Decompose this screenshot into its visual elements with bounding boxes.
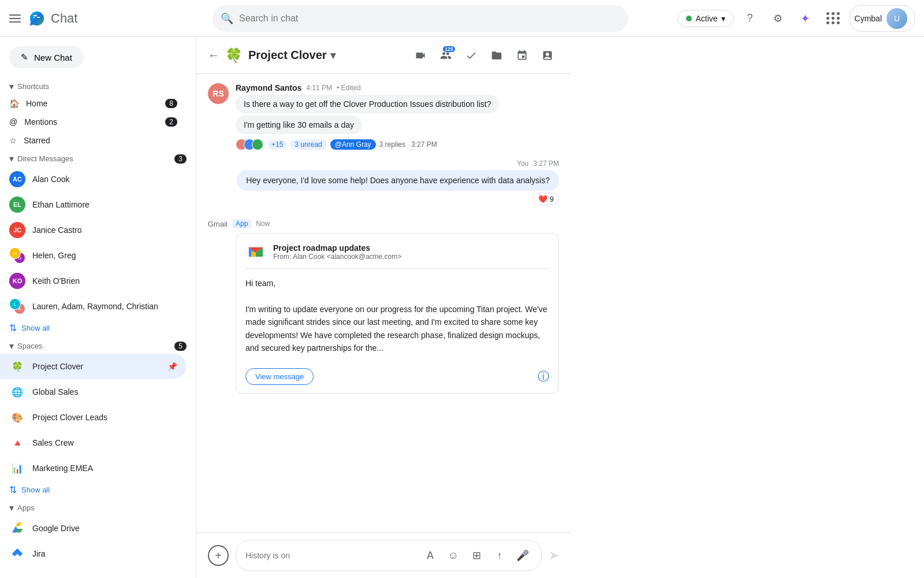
janice-castro-label: Janice Castro — [32, 225, 161, 235]
emoji-button[interactable]: ☺ — [444, 546, 463, 565]
avatar-janice-castro: JC — [9, 222, 25, 238]
info-icon[interactable]: ⓘ — [538, 369, 549, 384]
sender-name: Raymond Santos — [236, 83, 301, 92]
dm-section-header[interactable]: ▾ Direct Messages 3 — [0, 150, 196, 166]
apps-grid-icon[interactable] — [822, 7, 845, 30]
sidebar-item-global-sales[interactable]: 🌐 Global Sales 📌 — [0, 379, 187, 405]
sidebar-item-ethan-lattimore[interactable]: EL Ethan Lattimore 📌 — [0, 192, 187, 217]
reaction-count: 9 — [550, 195, 554, 203]
sidebar-item-keith-obrien[interactable]: KO Keith O'Brien 📌 — [0, 268, 187, 294]
sidebar-item-marketing-emea[interactable]: 📊 Marketing EMEA — [0, 455, 187, 481]
shortcuts-section-header[interactable]: ▾ Shortcuts — [0, 77, 196, 94]
spaces-chevron: ▾ — [9, 340, 14, 351]
my-message-bubble: Hey everyone, I'd love some help! Does a… — [237, 170, 559, 191]
settings-icon[interactable]: ⚙ — [766, 7, 789, 30]
dm-label: Direct Messages — [17, 154, 73, 163]
gmail-card-section: Gmail App Now — [208, 214, 559, 398]
view-message-button[interactable]: View message — [245, 368, 314, 385]
gemini-icon[interactable]: ✦ — [794, 7, 817, 30]
new-chat-button[interactable]: ✎ New Chat — [9, 46, 84, 68]
clover-leads-label: Project Clover Leads — [32, 413, 161, 422]
gmail-logo — [245, 242, 266, 262]
my-message-reaction[interactable]: ❤️ 9 — [533, 193, 559, 205]
sidebar-item-google-drive[interactable]: Google Drive — [0, 516, 187, 541]
main-chat: ← 🍀 Project Clover ▾ 125 — [196, 37, 571, 578]
avatar-lauren-group: L A — [9, 298, 25, 314]
user-account-button[interactable]: Cymbal U — [850, 5, 915, 32]
files-button[interactable] — [485, 44, 508, 67]
mention-badge[interactable]: @Ann Gray — [330, 139, 376, 150]
mentions-icon: @ — [9, 117, 17, 127]
integrations-button[interactable] — [511, 44, 534, 67]
sidebar-item-project-clover[interactable]: 🍀 Project Clover 📌 — [0, 354, 187, 379]
text-format-button[interactable]: A — [421, 546, 439, 565]
topbar: Chat 🔍 Active ▾ ? ⚙ ✦ Cymbal U — [0, 0, 924, 37]
more-options-button[interactable] — [536, 44, 559, 67]
members-button[interactable]: 125 — [434, 44, 457, 67]
sidebar-item-home[interactable]: 🏠 Home 8 — [0, 94, 187, 113]
my-message-row: You 3:27 PM Hey everyone, I'd love some … — [208, 160, 559, 205]
upload-button[interactable]: ↑ — [490, 546, 509, 565]
message-bubble-2: I'm getting like 30 emails a day — [236, 116, 362, 134]
spaces-badge: 5 — [174, 342, 187, 351]
avatar-alan-cook: AC — [9, 171, 25, 187]
sidebar-item-janice-castro[interactable]: JC Janice Castro 📌 — [0, 217, 187, 243]
show-all-dm-button[interactable]: ⇅ Show all — [0, 319, 196, 337]
keith-obrien-label: Keith O'Brien — [32, 276, 161, 286]
sidebar-item-mentions[interactable]: @ Mentions 2 — [0, 113, 187, 131]
dm-badge: 3 — [174, 154, 187, 164]
help-icon[interactable]: ? — [739, 7, 762, 30]
chat-header: ← 🍀 Project Clover ▾ 125 — [196, 37, 571, 74]
my-message-header: You 3:27 PM — [517, 160, 559, 168]
show-all-dm-label: Show all — [21, 324, 50, 332]
gmail-card: Project roadmap updates From: Alan Cook … — [236, 233, 559, 394]
google-chat-logo — [28, 9, 46, 28]
show-all-spaces-label: Show all — [21, 486, 50, 494]
home-badge: 8 — [165, 99, 177, 108]
sidebar-item-alan-cook[interactable]: AC Alan Cook 📌 — [0, 166, 187, 192]
sidebar-item-sales-crew[interactable]: 🔺 Sales Crew — [0, 430, 187, 455]
gmail-source: Gmail App Now — [208, 219, 559, 228]
reaction-avatar-group — [236, 139, 260, 150]
sidebar-item-project-clover-leads[interactable]: 🎨 Project Clover Leads 📌 — [0, 405, 187, 430]
chat-title: Project Clover ▾ — [248, 49, 403, 62]
gmail-time: Now — [256, 220, 270, 228]
jira-icon — [9, 546, 25, 562]
spaces-section-header[interactable]: ▾ Spaces 5 — [0, 337, 196, 354]
chat-title-chevron[interactable]: ▾ — [330, 49, 336, 62]
sidebar-item-starred[interactable]: ☆ Starred — [0, 131, 187, 150]
microphone-button[interactable]: 🎤 — [513, 546, 532, 565]
input-field-wrap: A ☺ ⊞ ↑ 🎤 — [236, 540, 542, 571]
apps-chevron: ▾ — [9, 502, 14, 513]
send-button[interactable]: ➤ — [549, 548, 559, 563]
google-drive-icon — [9, 520, 25, 536]
unread-badge[interactable]: 3 unread — [290, 139, 326, 150]
apps-section-header[interactable]: ▾ Apps — [0, 499, 196, 516]
ethan-lattimore-label: Ethan Lattimore — [32, 200, 161, 209]
gmail-card-header: Project roadmap updates From: Alan Cook … — [236, 234, 558, 268]
hamburger-menu-icon[interactable] — [9, 12, 23, 25]
active-status-button[interactable]: Active ▾ — [677, 10, 733, 27]
search-input[interactable] — [213, 5, 628, 32]
avatar-ethan-lattimore: EL — [9, 197, 25, 213]
sidebar-item-jira[interactable]: Jira — [0, 541, 187, 566]
message-input[interactable] — [245, 551, 421, 560]
back-button[interactable]: ← — [208, 49, 219, 62]
active-label: Active — [695, 14, 717, 23]
expand-spaces-icon: ⇅ — [9, 484, 17, 495]
avatar-keith-obrien: KO — [9, 273, 25, 289]
search-bar: 🔍 — [213, 5, 628, 32]
sidebar-item-lauren-group[interactable]: L A Lauren, Adam, Raymond, Christian — [0, 294, 187, 319]
add-media-button[interactable]: ⊞ — [467, 546, 486, 565]
spaces-label: Spaces — [17, 342, 42, 350]
tasks-button[interactable] — [460, 44, 483, 67]
show-all-spaces-button[interactable]: ⇅ Show all — [0, 481, 196, 499]
sidebar-item-helen-greg[interactable]: H G Helen, Greg 📌 — [0, 243, 187, 268]
sales-crew-label: Sales Crew — [32, 438, 177, 447]
header-actions: 125 — [409, 44, 559, 67]
main-layout: ✎ New Chat ▾ Shortcuts 🏠 Home 8 @ Mentio… — [0, 37, 571, 578]
video-call-button[interactable] — [409, 44, 432, 67]
add-button[interactable]: + — [208, 545, 229, 566]
avatar-helen-greg: H G — [9, 247, 25, 264]
app-badge: App — [232, 219, 251, 228]
